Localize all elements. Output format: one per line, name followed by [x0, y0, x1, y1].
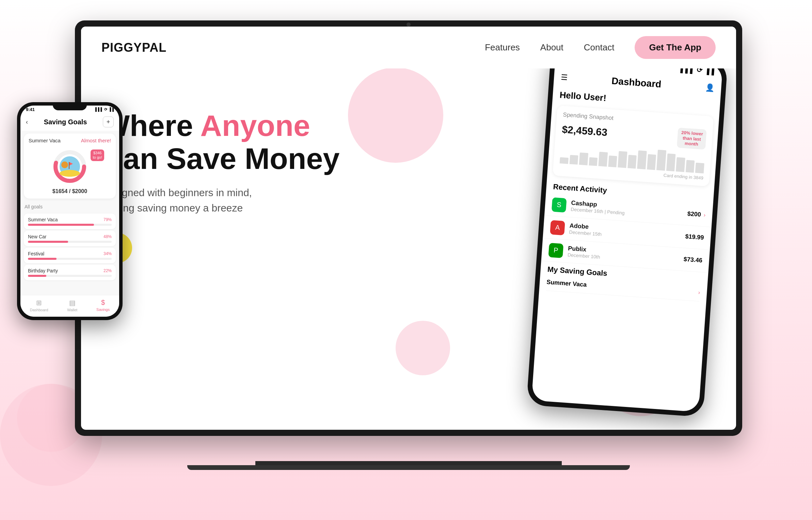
laptop-screen: PIGGYPAL Features About Contact Get The …	[81, 27, 736, 430]
wallet-icon: ▤	[69, 299, 76, 307]
nav-dashboard[interactable]: ⊞ Dashboard	[30, 299, 48, 312]
laptop-foot	[187, 465, 630, 470]
cashapp-chevron: ›	[703, 212, 706, 218]
get-app-button[interactable]: Get The App	[635, 36, 716, 59]
cashapp-details: Cashapp December 16th | Pending	[571, 200, 625, 216]
goal-status: Almost there!	[81, 138, 111, 143]
wallet-label: Wallet	[67, 308, 77, 312]
snapshot-badge: 20% lower than last month	[677, 128, 706, 149]
hero-title-line2: Can Save Money	[101, 142, 339, 175]
phone-left-screen: 9:41 ▌▌▌ ⟳ ▐▐ ‹ Saving Goals + Summer Va…	[20, 106, 119, 317]
deco-circle-3	[396, 321, 450, 375]
laptop: PIGGYPAL Features About Contact Get The …	[75, 20, 742, 470]
savings-label: Savings	[96, 308, 110, 312]
goal-name: Summer Vaca	[29, 138, 61, 143]
nav-about[interactable]: About	[540, 42, 563, 53]
progress-summer-vaca	[28, 224, 112, 226]
activity-list: S Cashapp December 16th | Pending $200 ›…	[541, 193, 713, 273]
nav-links: Features About Contact Get The App	[485, 36, 716, 59]
progress-birthday-party	[28, 275, 112, 277]
deco-circle-1	[348, 67, 443, 163]
goal-visual: $346 to go!	[29, 146, 111, 187]
phone-left-status: 9:41 ▌▌▌ ⟳ ▐▐	[20, 107, 119, 112]
phone-left: 9:41 ▌▌▌ ⟳ ▐▐ ‹ Saving Goals + Summer Va…	[17, 102, 123, 320]
svg-point-3	[60, 170, 80, 177]
hero-subtitle: Designed with beginners in mind, making …	[101, 185, 272, 216]
savings-icon: $	[101, 299, 105, 306]
goal-card-header: Summer Vaca Almost there!	[29, 138, 111, 143]
snapshot-amount: $2,459.63	[561, 124, 608, 138]
goal-row-new-car: New Car 48%	[24, 231, 116, 246]
progress-new-car	[28, 241, 112, 243]
nav-features[interactable]: Features	[485, 42, 520, 53]
publix-details: Publix December 10th	[567, 245, 601, 260]
phone-left-title: Saving Goals	[44, 118, 87, 126]
goal-card: Summer Vaca Almost there! $346 to	[24, 133, 116, 199]
cashapp-icon: S	[552, 197, 567, 212]
menu-icon[interactable]: ☰	[560, 73, 568, 82]
phone-right: 9:41 ▌▌▌ ⟳ ▐▐ ☰ Dashboard 👤 Hello User! …	[526, 48, 728, 417]
website-nav: PIGGYPAL Features About Contact Get The …	[81, 27, 736, 68]
dashboard-icon: ⊞	[36, 299, 42, 307]
profile-icon[interactable]: 👤	[705, 83, 715, 93]
adobe-icon: A	[550, 220, 565, 235]
laptop-body: PIGGYPAL Features About Contact Get The …	[75, 20, 742, 436]
logo: PIGGYPAL	[101, 41, 166, 55]
hero-title-accent: Anyone	[200, 109, 310, 142]
nav-savings[interactable]: $ Savings	[96, 299, 110, 312]
publix-icon: P	[548, 243, 563, 258]
svg-rect-5	[69, 162, 69, 169]
phone-left-signal: ▌▌▌ ⟳ ▐▐	[95, 107, 114, 112]
bottom-nav: ⊞ Dashboard ▤ Wallet $ Savings	[20, 295, 119, 317]
nav-wallet[interactable]: ▤ Wallet	[67, 299, 77, 312]
goal-bubble: $346 to go!	[91, 149, 104, 161]
saving-chevron: ›	[698, 289, 700, 296]
phone-right-screen: 9:41 ▌▌▌ ⟳ ▐▐ ☰ Dashboard 👤 Hello User! …	[531, 53, 723, 412]
goal-row-festival: Festival 34%	[24, 248, 116, 263]
all-goals-label: All goals	[20, 201, 119, 212]
back-button[interactable]: ‹	[26, 119, 28, 126]
goal-row-summer-vaca: Summer Vaca 79%	[24, 214, 116, 229]
goal-row-birthday-party: Birthday Party 22%	[24, 265, 116, 280]
svg-point-4	[61, 161, 68, 168]
progress-festival	[28, 258, 112, 260]
goal-amount: $1654 / $2000	[29, 188, 111, 194]
phone-left-time: 9:41	[26, 107, 35, 112]
add-goal-button[interactable]: +	[103, 116, 114, 127]
adobe-details: Adobe December 15th	[569, 222, 602, 237]
laptop-camera	[407, 22, 411, 27]
dashboard-label: Dashboard	[30, 308, 48, 312]
nav-contact[interactable]: Contact	[584, 42, 615, 53]
donut-chart	[51, 148, 89, 185]
spending-snapshot-card: Spending Snapshot $2,459.63 20% lower th…	[553, 106, 714, 186]
